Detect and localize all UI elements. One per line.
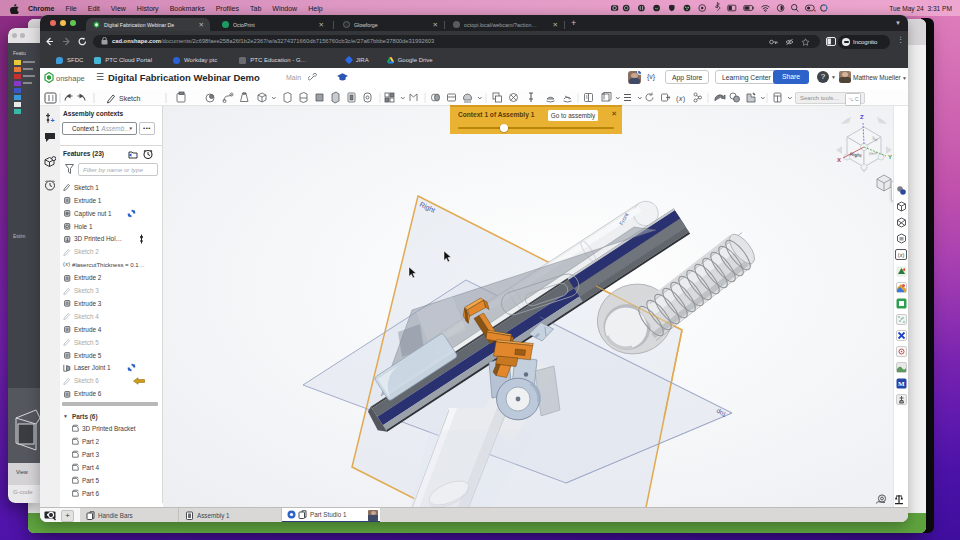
svg-text:+: +	[51, 117, 55, 124]
svg-text:X: X	[837, 157, 841, 163]
svg-text:(𝑥): (𝑥)	[676, 94, 686, 103]
svg-text:Y: Y	[888, 154, 892, 160]
svg-text:Z: Z	[860, 114, 864, 120]
svg-text:M: M	[898, 380, 905, 388]
svg-text:Sketch: Sketch	[119, 95, 141, 102]
